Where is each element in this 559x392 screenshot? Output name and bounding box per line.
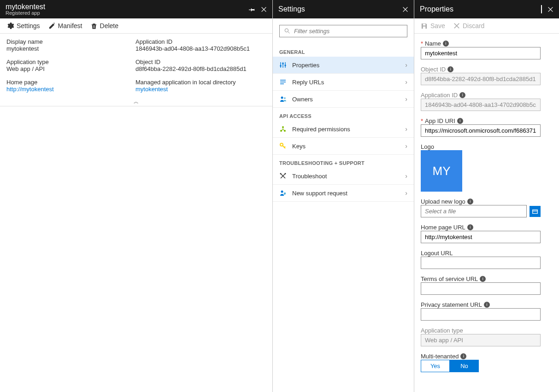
homepage-link[interactable]: http://mytokentest: [6, 86, 135, 93]
app-subtitle: Registered app: [6, 10, 45, 16]
nav-keys[interactable]: Keys ›: [273, 138, 414, 155]
svg-point-4: [281, 97, 283, 99]
filter-settings-input[interactable]: [279, 25, 407, 37]
maximize-icon[interactable]: [541, 6, 542, 13]
chevron-right-icon: ›: [405, 95, 407, 103]
delete-button[interactable]: Delete: [91, 22, 118, 29]
multi-no[interactable]: No: [450, 360, 479, 372]
nav-required-permissions[interactable]: Required permissions ›: [273, 121, 414, 138]
save-icon: [421, 23, 428, 29]
tools-icon: [279, 172, 287, 180]
app-type-label2: Application type: [421, 327, 553, 334]
upload-file-input[interactable]: [421, 205, 527, 217]
section-troubleshoot: TROUBLESHOOTING + SUPPORT: [273, 155, 414, 168]
object-id-label: Object IDi: [421, 66, 553, 73]
display-name-label: Display name: [6, 38, 135, 45]
filter-input[interactable]: [294, 28, 402, 35]
close-icon[interactable]: [547, 6, 553, 12]
svg-point-11: [285, 173, 286, 175]
upload-logo-label: Upload new logoi: [421, 198, 553, 205]
nav-owners[interactable]: Owners ›: [273, 91, 414, 108]
app-logo: MY: [421, 150, 462, 192]
key-icon: [279, 142, 287, 150]
properties-title: Properties: [420, 5, 453, 13]
app-id-uri-input[interactable]: [421, 124, 541, 137]
nav-properties[interactable]: Properties ›: [273, 57, 414, 74]
manifest-label: Manifest: [58, 22, 82, 29]
name-input[interactable]: [421, 47, 541, 59]
info-icon[interactable]: i: [467, 199, 473, 205]
name-label: *Namei: [421, 40, 553, 47]
discard-icon: [453, 23, 460, 29]
info-icon[interactable]: i: [459, 92, 465, 98]
settings-button[interactable]: Settings: [6, 22, 40, 29]
save-label: Save: [430, 22, 445, 29]
tos-url-label: Terms of service URLi: [421, 275, 553, 282]
manifest-button[interactable]: Manifest: [48, 22, 82, 29]
blade-header-settings: Settings: [273, 0, 414, 18]
search-icon: [284, 28, 290, 34]
nav-permissions-label: Required permissions: [292, 126, 350, 133]
tos-url-input[interactable]: [421, 282, 541, 295]
homepage-label: Home page: [6, 79, 135, 86]
object-id-label: Object ID: [135, 59, 265, 65]
svg-point-0: [285, 29, 288, 32]
info-icon[interactable]: i: [467, 224, 473, 230]
nav-properties-label: Properties: [292, 62, 319, 69]
discard-button[interactable]: Discard: [453, 22, 484, 29]
info-icon[interactable]: i: [443, 41, 449, 47]
app-toolbar: Settings Manifest Delete: [0, 18, 272, 34]
info-icon[interactable]: i: [447, 66, 453, 72]
nav-troubleshoot[interactable]: Troubleshoot ›: [273, 168, 414, 185]
sliders-icon: [279, 61, 287, 69]
chevron-right-icon: ›: [405, 125, 407, 133]
save-button[interactable]: Save: [421, 22, 445, 29]
homepage-url-input[interactable]: [421, 231, 541, 243]
info-icon[interactable]: i: [484, 302, 490, 308]
nav-new-support[interactable]: New support request ›: [273, 185, 414, 202]
svg-point-1: [280, 65, 282, 67]
pencil-icon: [48, 23, 55, 29]
logout-url-label: Logout URL: [421, 250, 553, 257]
browse-file-button[interactable]: [530, 206, 541, 217]
info-icon[interactable]: i: [457, 118, 463, 124]
multi-yes[interactable]: Yes: [421, 360, 450, 372]
privacy-url-input[interactable]: [421, 308, 541, 321]
chevron-right-icon: ›: [405, 78, 407, 86]
multi-tenant-toggle[interactable]: Yes No: [421, 360, 479, 372]
gear-icon: [6, 22, 14, 29]
app-id-label: Application ID: [135, 38, 265, 45]
discard-label: Discard: [463, 22, 484, 29]
close-icon[interactable]: [261, 6, 267, 12]
pin-icon[interactable]: [249, 6, 255, 12]
blade-header-properties: Properties: [414, 0, 559, 18]
privacy-url-label: Privacy statement URLi: [421, 301, 553, 308]
chevron-right-icon: ›: [405, 61, 407, 69]
svg-point-12: [281, 191, 283, 193]
section-api: API ACCESS: [273, 108, 414, 121]
blade-header-app: mytokentest Registered app: [0, 0, 272, 18]
nav-reply-urls[interactable]: Reply URLs ›: [273, 74, 414, 91]
info-icon[interactable]: i: [480, 276, 486, 282]
object-id-input: [421, 73, 541, 85]
logo-label: Logo: [421, 143, 553, 150]
app-type-label: Application type: [6, 59, 135, 65]
managed-app-label: Managed application in local directory: [135, 79, 265, 86]
settings-label: Settings: [17, 22, 40, 29]
nav-keys-label: Keys: [292, 143, 306, 150]
settings-title: Settings: [278, 5, 305, 13]
svg-point-6: [282, 126, 284, 128]
managed-app-link[interactable]: mytokentest: [135, 86, 265, 93]
owners-icon: [279, 95, 287, 103]
close-icon[interactable]: [402, 6, 408, 12]
support-icon: [279, 189, 287, 197]
logout-url-input[interactable]: [421, 257, 541, 269]
info-icon[interactable]: i: [460, 353, 466, 359]
chevron-right-icon: ›: [405, 172, 407, 180]
nav-troubleshoot-label: Troubleshoot: [292, 173, 327, 180]
multi-tenant-label: Multi-tenantedi: [421, 353, 553, 360]
collapse-chevron[interactable]: ︽: [0, 97, 272, 106]
nav-owners-label: Owners: [292, 96, 313, 103]
svg-point-3: [284, 64, 286, 66]
app-id-uri-label: *App ID URIi: [421, 117, 553, 124]
